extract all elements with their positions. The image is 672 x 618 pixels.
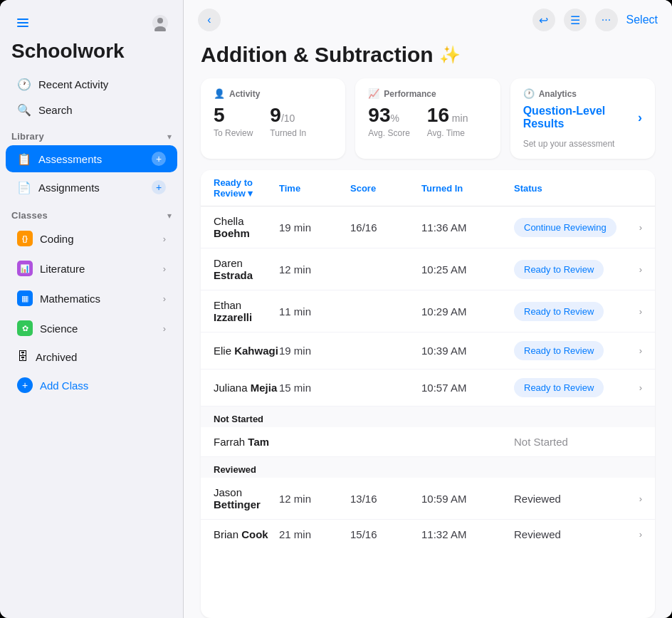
science-class-icon: ✿ — [17, 320, 33, 336]
sidebar-item-assessments[interactable]: 📋 Assessments + — [6, 145, 177, 172]
avg-time-label: Avg. Time — [427, 128, 468, 138]
sidebar-item-science[interactable]: ✿ Science › — [6, 314, 177, 342]
cell-status[interactable]: Reviewed › — [514, 528, 642, 540]
student-name: Chella Boehm — [214, 215, 279, 239]
col-turned-in[interactable]: Turned In — [421, 177, 514, 199]
to-review-label: To Review — [214, 128, 253, 138]
assignments-icon: 📄 — [17, 181, 31, 194]
library-section-header[interactable]: Library ▾ — [0, 122, 183, 145]
avg-score-metric: 93% Avg. Score — [368, 105, 409, 138]
cell-score: 16/16 — [350, 221, 421, 234]
add-class-button[interactable]: + Add Class — [6, 371, 177, 399]
cell-turned-in: 11:36 AM — [421, 221, 514, 234]
table-row[interactable]: Chella Boehm 19 min 16/16 11:36 AM Conti… — [201, 206, 655, 248]
classes-section-header[interactable]: Classes ▾ — [0, 201, 183, 224]
search-label: Search — [38, 104, 73, 116]
assignments-add-button[interactable]: + — [152, 180, 166, 194]
top-bar: ‹ ↩ ☰ ··· Select — [184, 0, 672, 40]
student-name: Daren Estrada — [214, 257, 279, 281]
sidebar-item-coding[interactable]: {} Coding › — [6, 224, 177, 253]
profile-button[interactable] — [149, 11, 172, 34]
group-header-not-started: Not Started — [201, 407, 655, 427]
analytics-title[interactable]: Question-Level Results › — [523, 105, 642, 130]
turned-in-label: Turned In — [270, 128, 306, 138]
undo-button[interactable]: ↩ — [532, 9, 555, 31]
options-button[interactable]: ☰ — [564, 9, 587, 31]
cell-status[interactable]: Ready to Review › — [514, 341, 642, 360]
student-name: Farrah Tam — [214, 436, 279, 448]
main-content: ‹ ↩ ☰ ··· Select Addition & Subtraction … — [184, 0, 672, 618]
row-chevron-icon: › — [639, 345, 642, 356]
col-score[interactable]: Score — [350, 177, 421, 199]
cell-time: 19 min — [279, 345, 350, 357]
cell-status[interactable]: Reviewed › — [514, 493, 642, 505]
cell-status[interactable]: Ready to Review › — [514, 260, 642, 279]
library-chevron-icon: ▾ — [167, 132, 172, 142]
app-title: Schoolwork — [0, 37, 183, 71]
mathematics-chevron-icon: › — [163, 293, 166, 304]
sidebar-header — [0, 0, 183, 37]
col-time[interactable]: Time — [279, 177, 350, 199]
cell-status[interactable]: Ready to Review › — [514, 302, 642, 321]
assessments-add-button[interactable]: + — [152, 152, 166, 166]
library-title: Library — [11, 131, 44, 142]
more-button[interactable]: ··· — [595, 9, 618, 31]
cell-turned-in: 10:57 AM — [421, 382, 514, 394]
svg-rect-1 — [17, 22, 28, 23]
sidebar-item-mathematics[interactable]: ▦ Mathematics › — [6, 284, 177, 313]
sidebar-item-assignments[interactable]: 📄 Assignments + — [6, 174, 177, 201]
table-row[interactable]: Elie Kahwagi 19 min 10:39 AM Ready to Re… — [201, 332, 655, 370]
analytics-card-title: Analytics — [539, 89, 577, 99]
performance-card: 📈 Performance 93% Avg. Score 16 min — [355, 78, 500, 159]
sidebar-item-archived[interactable]: 🗄 Archived — [6, 344, 177, 370]
sidebar-item-literature[interactable]: 📊 Literature › — [6, 254, 177, 283]
table-row[interactable]: Juliana Mejia 15 min 10:57 AM Ready to R… — [201, 370, 655, 407]
avg-score-label: Avg. Score — [368, 128, 409, 138]
back-button[interactable]: ‹ — [198, 9, 221, 31]
svg-rect-0 — [17, 19, 28, 20]
add-class-icon: + — [17, 377, 33, 393]
cell-status: Not Started — [514, 436, 642, 448]
cell-status[interactable]: Continue Reviewing › — [514, 218, 642, 237]
turned-in-metric: 9/10 Turned In — [270, 105, 306, 138]
sidebar-item-search[interactable]: 🔍 Search — [6, 97, 177, 122]
select-button[interactable]: Select — [626, 14, 658, 26]
avg-score-value: 93% — [368, 105, 409, 127]
table-row[interactable]: Brian Cook 21 min 15/16 11:32 AM Reviewe… — [201, 520, 655, 549]
student-name: Jason Bettinger — [214, 486, 279, 510]
to-review-metric: 5 To Review — [214, 105, 253, 138]
turned-in-value: 9/10 — [270, 105, 306, 127]
assignments-label: Assignments — [38, 182, 100, 194]
status-badge: Ready to Review — [514, 341, 604, 360]
literature-chevron-icon: › — [163, 263, 166, 274]
science-chevron-icon: › — [163, 323, 166, 334]
clock-icon: 🕐 — [17, 77, 31, 91]
student-name: Ethan Izzarelli — [214, 299, 279, 323]
page-title-area: Addition & Subtraction ✨ — [184, 40, 672, 78]
svg-rect-2 — [17, 26, 28, 27]
sidebar: Schoolwork 🕐 Recent Activity 🔍 Search Li… — [0, 0, 184, 618]
performance-card-title: Performance — [384, 89, 436, 99]
table-row[interactable]: Jason Bettinger 12 min 13/16 10:59 AM Re… — [201, 478, 655, 520]
table-row[interactable]: Farrah Tam Not Started — [201, 427, 655, 457]
cell-status[interactable]: Ready to Review › — [514, 378, 642, 397]
sidebar-item-recent-activity[interactable]: 🕐 Recent Activity — [6, 71, 177, 97]
student-name: Elie Kahwagi — [214, 345, 279, 357]
avg-time-metric: 16 min Avg. Time — [427, 105, 468, 138]
table-header: Ready to Review ▾ Time Score Turned In S… — [201, 170, 655, 206]
row-chevron-icon: › — [639, 222, 642, 233]
row-chevron-icon: › — [639, 382, 642, 393]
table-row[interactable]: Ethan Izzarelli 11 min 10:29 AM Ready to… — [201, 290, 655, 332]
status-text: Reviewed — [514, 528, 561, 540]
table-row[interactable]: Daren Estrada 12 min 10:25 AM Ready to R… — [201, 248, 655, 290]
sparkle-icon: ✨ — [439, 45, 461, 65]
col-name[interactable]: Ready to Review ▾ — [214, 177, 279, 199]
avg-time-value: 16 min — [427, 105, 468, 127]
col-status[interactable]: Status — [514, 177, 642, 199]
to-review-value: 5 — [214, 105, 253, 127]
analytics-subtitle: Set up your assessment — [523, 139, 642, 149]
classes-chevron-icon: ▾ — [167, 211, 172, 221]
analytics-card[interactable]: 🕐 Analytics Question-Level Results › Set… — [510, 78, 655, 159]
sidebar-toggle-button[interactable] — [11, 11, 34, 34]
status-badge: Ready to Review — [514, 378, 604, 397]
